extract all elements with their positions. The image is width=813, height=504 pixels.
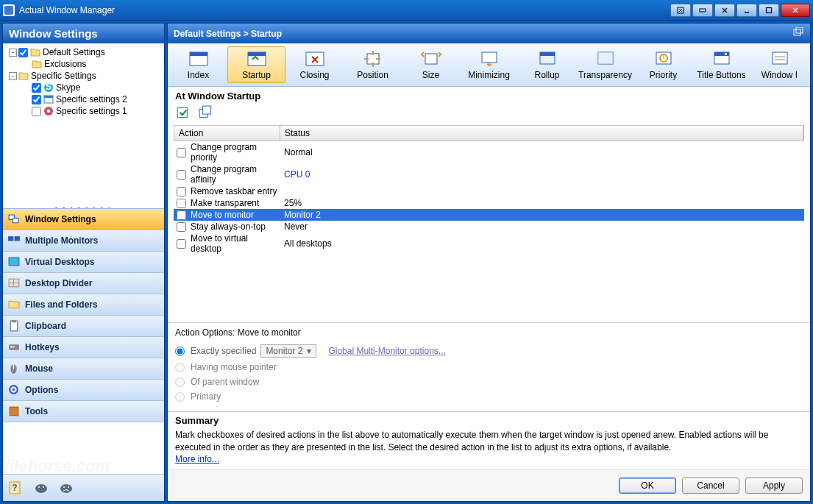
table-row[interactable]: Change program affinityCPU 0 (174, 163, 804, 185)
svg-rect-3 (745, 12, 749, 13)
tree-item-default-settings[interactable]: -Default Settings (6, 46, 161, 58)
nav-item-clipboard[interactable]: Clipboard (3, 316, 164, 337)
global-multimonitor-link[interactable]: Global Multi-Monitor options... (328, 346, 445, 356)
tree-checkbox[interactable] (32, 107, 41, 116)
toolbar-position[interactable]: Position (344, 46, 402, 83)
table-row[interactable]: Change program priorityNormal (174, 141, 804, 163)
grid-body[interactable]: Change program priorityNormalChange prog… (174, 141, 804, 255)
table-row[interactable]: Make transparent25% (174, 197, 804, 209)
more-info-link[interactable]: More info... (175, 454, 219, 464)
toolbar-index[interactable]: Index (169, 46, 227, 83)
extra-button-3[interactable] (714, 4, 735, 17)
radio-primary-label: Primary (191, 391, 221, 402)
nav-item-options[interactable]: Options (3, 380, 164, 401)
titlebar: Actual Window Manager (0, 0, 813, 21)
toolbar-closing[interactable]: Closing (285, 46, 344, 83)
row-checkbox[interactable] (177, 239, 186, 249)
row-checkbox[interactable] (177, 148, 186, 157)
close-button[interactable] (781, 4, 810, 17)
option-having-mouse[interactable]: Having mouse pointer (175, 360, 803, 375)
option-of-parent[interactable]: Of parent window (175, 375, 803, 389)
svg-point-32 (35, 484, 47, 493)
tree-checkbox[interactable] (32, 83, 41, 93)
duplicate-icon[interactable] (792, 27, 804, 40)
option-primary[interactable]: Primary (175, 389, 803, 404)
summary-text: Mark checkboxes of desired actions in th… (175, 430, 768, 452)
uncheck-all-icon[interactable] (197, 104, 215, 121)
toolbar-window-i[interactable]: Window I (750, 46, 809, 83)
help-icon[interactable]: ? (7, 479, 25, 497)
tree-item-label: Specific Settings (31, 71, 96, 81)
row-action: Change program priority (191, 142, 280, 163)
nav-item-virtual-desktops[interactable]: Virtual Desktops (3, 252, 164, 273)
radio-exactly[interactable] (175, 347, 185, 356)
table-row[interactable]: Remove taskbar entry (174, 185, 804, 197)
radio-parent[interactable] (175, 377, 185, 387)
svg-rect-8 (44, 96, 53, 98)
row-action: Stay always-on-top (191, 221, 266, 232)
table-row[interactable]: Move to virtual desktopAll desktops (174, 233, 804, 255)
row-status: CPU 0 (280, 169, 387, 180)
table-row[interactable]: Stay always-on-topNever (174, 221, 804, 233)
tree-twist-icon[interactable]: - (9, 49, 17, 57)
tree-checkbox[interactable] (32, 95, 41, 104)
row-checkbox[interactable] (177, 222, 186, 232)
tree-item-exclusions[interactable]: Exclusions (6, 58, 161, 70)
cpu-link[interactable]: CPU 0 (284, 169, 310, 180)
tree-checkbox[interactable] (18, 48, 28, 57)
apply-button[interactable]: Apply (745, 478, 803, 494)
toolbar-priority[interactable]: Priority (634, 46, 692, 83)
content-pane: Default Settings > Startup IndexStartupC… (167, 23, 811, 502)
row-checkbox[interactable] (177, 199, 186, 208)
cancel-button[interactable]: Cancel (682, 478, 739, 494)
feedback-good-icon[interactable] (32, 479, 50, 497)
option-exactly-specified[interactable]: Exactly specified Monitor 2 ▾ Global Mul… (175, 342, 803, 360)
svg-text:S: S (46, 82, 52, 92)
toolbar-minimizing[interactable]: Minimizing (460, 46, 518, 83)
svg-rect-57 (725, 53, 727, 55)
toolbar-startup[interactable]: Startup (227, 46, 285, 83)
nav-item-window-settings[interactable]: Window Settings (3, 209, 164, 230)
toolbar-icon (303, 49, 327, 68)
nav-item-multiple-monitors[interactable]: Multiple Monitors (3, 230, 164, 252)
check-all-icon[interactable] (175, 104, 193, 121)
tree-item-skype[interactable]: SSkype (6, 82, 161, 93)
svg-rect-0 (4, 6, 13, 15)
tree-item-specific-settings[interactable]: -Specific Settings (6, 70, 161, 82)
maximize-button[interactable] (759, 4, 779, 17)
tree-item-specific-settings-1[interactable]: Specific settings 1 (6, 105, 161, 117)
settings-tree[interactable]: -Default SettingsExclusions-Specific Set… (3, 43, 164, 204)
ok-button[interactable]: OK (619, 478, 676, 494)
monitor-select[interactable]: Monitor 2 ▾ (260, 344, 316, 358)
minimize-button[interactable] (736, 4, 757, 17)
svg-rect-48 (540, 52, 555, 56)
row-checkbox[interactable] (177, 210, 186, 220)
extra-button-2[interactable] (692, 4, 713, 17)
nav-item-desktop-divider[interactable]: Desktop Divider (3, 273, 164, 294)
row-checkbox[interactable] (177, 187, 186, 196)
nav-item-hotkeys[interactable]: Hotkeys (3, 337, 164, 358)
radio-primary[interactable] (175, 392, 185, 402)
table-row[interactable]: Move to monitorMonitor 2 (174, 209, 804, 221)
nav-item-tools[interactable]: Tools (3, 401, 164, 422)
toolbar-title-buttons[interactable]: Title Buttons (692, 46, 750, 83)
radio-mouse-label: Having mouse pointer (191, 362, 277, 372)
row-checkbox[interactable] (177, 170, 186, 180)
extra-button-1[interactable] (670, 4, 691, 17)
feedback-bad-icon[interactable] (57, 479, 75, 497)
nav-item-mouse[interactable]: Mouse (3, 358, 164, 380)
nav-item-files-and-folders[interactable]: Files and Folders (3, 294, 164, 316)
radio-mouse[interactable] (175, 363, 185, 372)
tree-item-specific-settings-2[interactable]: Specific settings 2 (6, 93, 161, 105)
col-action[interactable]: Action (174, 126, 280, 141)
tree-twist-icon[interactable]: - (9, 72, 17, 80)
radio-parent-label: Of parent window (191, 377, 259, 387)
toolbar-size[interactable]: Size (402, 46, 460, 83)
svg-rect-46 (425, 54, 437, 64)
col-status[interactable]: Status (280, 126, 803, 141)
svg-rect-16 (9, 258, 19, 266)
toolbar-rollup[interactable]: Rollup (518, 46, 576, 83)
toolbar-transparency[interactable]: Transparency (576, 46, 634, 83)
vdesktop-icon (7, 255, 21, 269)
windows-icon (7, 213, 21, 226)
